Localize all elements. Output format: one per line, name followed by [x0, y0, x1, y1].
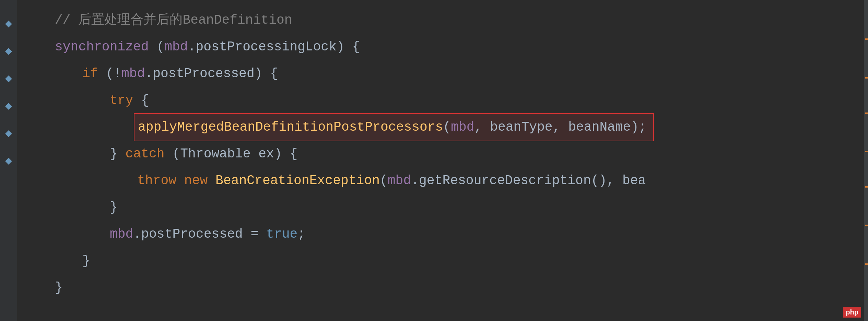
scrollbar[interactable] — [864, 0, 868, 321]
method-name: applyMergedBeanDefinitionPostProcessors — [138, 114, 443, 141]
scroll-marker-3 — [865, 112, 868, 114]
highlighted-method-call: applyMergedBeanDefinitionPostProcessors … — [134, 113, 654, 141]
true-value: true — [266, 221, 297, 248]
keyword-catch: catch — [126, 141, 165, 167]
editor-container: // 后置处理合并后的BeanDefinition synchronized (… — [0, 0, 868, 321]
code-line-if: if (! mbd .postProcessed) { — [27, 60, 868, 87]
scroll-marker-1 — [865, 38, 868, 40]
gutter-icon-1 — [5, 21, 12, 27]
keyword-synchronized: synchronized — [55, 34, 149, 60]
php-badge: php — [843, 307, 861, 318]
keyword-new: new — [184, 167, 208, 194]
postprocessed-assign: .postProcessed = — [133, 221, 266, 248]
close-if-brace: } — [82, 248, 90, 274]
gutter-icon-5 — [5, 130, 12, 137]
synchronized-paren: ( — [149, 34, 165, 60]
code-line-close-catch: } — [27, 194, 868, 221]
comment-text: // 后置处理合并后的BeanDefinition — [55, 7, 292, 34]
code-line-postprocessed: mbd .postProcessed = true ; — [27, 221, 868, 248]
code-line-close-sync: } — [27, 274, 868, 301]
try-brace: { — [133, 87, 149, 114]
gutter-icon-4 — [5, 103, 12, 110]
exception-args: ( — [380, 167, 388, 194]
new-space — [208, 167, 215, 194]
scroll-marker-4 — [865, 151, 868, 152]
close-catch-brace: } — [110, 194, 118, 221]
postprocessed-check: .postProcessed) { — [145, 60, 278, 87]
scroll-markers-container — [864, 0, 868, 321]
catch-args: (Throwable ex) { — [165, 141, 298, 167]
mbd-ref-5: mbd — [110, 221, 133, 248]
code-line-catch: } catch (Throwable ex) { — [27, 141, 868, 167]
code-line-synchronized: synchronized ( mbd .postProcessingLock) … — [27, 34, 868, 60]
code-line-comment: // 后置处理合并后的BeanDefinition — [27, 7, 868, 34]
scroll-marker-7 — [865, 263, 868, 265]
get-resource-desc: .getResourceDescription(), bea — [411, 167, 646, 194]
scroll-marker-2 — [865, 77, 868, 79]
gutter-icon-2 — [5, 48, 12, 55]
keyword-try: try — [110, 87, 133, 114]
gutter-icon-3 — [5, 75, 12, 82]
scroll-marker-5 — [865, 186, 868, 188]
code-line-throw: throw new BeanCreationException ( mbd .g… — [27, 167, 868, 194]
close-try: } — [110, 141, 126, 167]
exception-class: BeanCreationException — [215, 167, 380, 194]
keyword-if: if — [82, 60, 98, 87]
close-sync-brace: } — [55, 274, 63, 301]
mbd-ref-2: mbd — [121, 60, 145, 87]
php-label: php — [846, 308, 858, 316]
mbd-ref-3: mbd — [451, 114, 474, 141]
method-args-open: ( — [443, 114, 451, 141]
scroll-marker-6 — [865, 225, 868, 226]
mbd-ref-4: mbd — [388, 167, 411, 194]
method-args-rest: , beanType, beanName); — [474, 114, 647, 141]
keyword-throw: throw — [137, 167, 176, 194]
code-line-close-if: } — [27, 248, 868, 274]
code-area: // 后置处理合并后的BeanDefinition synchronized (… — [17, 0, 868, 321]
code-line-apply: applyMergedBeanDefinitionPostProcessors … — [27, 114, 868, 141]
semicolon: ; — [297, 221, 305, 248]
gutter-icon-6 — [5, 158, 12, 165]
postprocessinglock: .postProcessingLock) { — [188, 34, 360, 60]
code-line-try: try { — [27, 87, 868, 114]
mbd-ref-1: mbd — [164, 34, 188, 60]
if-paren: (! — [98, 60, 121, 87]
gutter — [0, 0, 17, 321]
throw-space — [176, 167, 184, 194]
